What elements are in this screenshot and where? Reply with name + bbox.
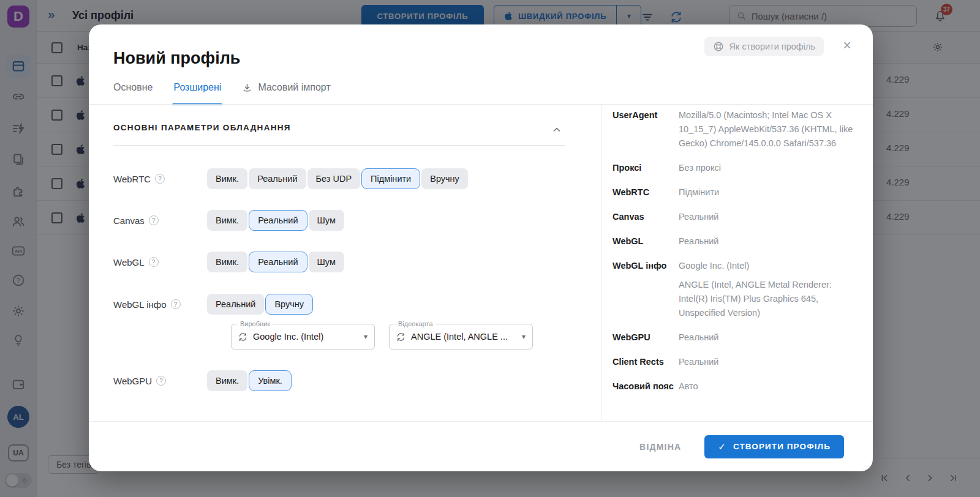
summary-row: Canvas Реальний	[612, 210, 858, 224]
tab-mass-import[interactable]: Масовий імпорт	[242, 82, 330, 105]
field-label: WebGPU	[113, 376, 152, 386]
section-collapse-button[interactable]	[552, 125, 562, 135]
help-circle-icon[interactable]: ?	[149, 215, 159, 225]
summary-value: Mozilla/5.0 (Macintosh; Intel Mac OS X 1…	[679, 108, 858, 151]
chevron-up-icon	[552, 125, 562, 135]
webgpu-row: WebGPU ? Вимк. Увімк.	[113, 370, 292, 391]
webgl-info-option-0[interactable]: Реальний	[207, 294, 264, 315]
cancel-button[interactable]: ВІДМІНА	[639, 442, 681, 452]
content-divider	[601, 105, 601, 421]
section-divider	[113, 145, 565, 146]
webgl-row: WebGL ? Вимк. Реальний Шум	[113, 252, 344, 272]
webgl-info-selects: Виробник Google Inc. (Intel) ▾ Відеокарт…	[231, 324, 533, 349]
lifebuoy-icon	[713, 41, 724, 52]
summary-row: WebGL інфо Google Inc. (Intel) ANGLE (In…	[612, 259, 858, 320]
summary-value-vendor: Google Inc. (Intel)	[679, 259, 858, 273]
summary-label: WebGPU	[612, 331, 679, 345]
vendor-select[interactable]: Виробник Google Inc. (Intel) ▾	[231, 324, 375, 349]
webrtc-label: WebRTC ?	[113, 174, 207, 184]
webgpu-label: WebGPU ?	[113, 376, 207, 386]
help-circle-icon[interactable]: ?	[156, 376, 166, 386]
renderer-select[interactable]: Відеокарта ANGLE (Intel, ANGLE ... ▾	[389, 324, 533, 349]
summary-label: Часовий пояс	[612, 379, 679, 394]
how-to-create-button[interactable]: Як створити профіль	[704, 37, 824, 56]
webgl-info-option-1-selected[interactable]: Вручну	[265, 294, 313, 315]
canvas-option-0[interactable]: Вимк.	[207, 210, 247, 231]
tab-basic-label: Основне	[113, 82, 153, 93]
chevron-down-icon: ▾	[364, 332, 368, 341]
randomize-icon[interactable]	[396, 332, 405, 342]
new-profile-modal: Як створити профіль × Новий профіль Осно…	[89, 24, 873, 471]
webgpu-option-1-selected[interactable]: Увімк.	[249, 370, 292, 391]
summary-row: WebGL Реальний	[612, 234, 858, 248]
summary-value: Google Inc. (Intel) ANGLE (Intel, ANGLE …	[679, 259, 858, 320]
import-icon	[242, 83, 252, 93]
tab-basic[interactable]: Основне	[113, 82, 153, 105]
summary-value: Реальний	[679, 331, 858, 345]
vendor-select-value: Google Inc. (Intel)	[253, 332, 358, 342]
webrtc-option-2[interactable]: Без UDP	[307, 168, 361, 189]
renderer-select-label: Відеокарта	[396, 320, 435, 327]
modal-title: Новий профіль	[113, 49, 240, 68]
canvas-option-2[interactable]: Шум	[309, 210, 344, 231]
webgl-option-1-selected[interactable]: Реальний	[249, 252, 307, 272]
webgpu-option-0[interactable]: Вимк.	[207, 370, 247, 391]
canvas-options: Вимк. Реальний Шум	[207, 210, 344, 231]
summary-row: WebRTC Підмінити	[612, 185, 858, 200]
vendor-select-label: Виробник	[238, 320, 273, 327]
summary-row: WebGPU Реальний	[612, 331, 858, 345]
chevron-down-icon: ▾	[522, 332, 526, 341]
webrtc-options: Вимк. Реальний Без UDP Підмінити Вручну	[207, 168, 468, 189]
summary-label: WebRTC	[612, 185, 679, 200]
summary-value: Авто	[679, 379, 858, 394]
webgl-label: WebGL ?	[113, 257, 207, 267]
check-icon: ✓	[718, 441, 726, 452]
summary-value: Реальний	[679, 234, 858, 248]
summary-value: Реальний	[679, 210, 858, 224]
summary-label: Canvas	[612, 210, 679, 224]
canvas-option-1-selected[interactable]: Реальний	[249, 210, 307, 231]
canvas-row: Canvas ? Вимк. Реальний Шум	[113, 210, 344, 231]
field-label: WebRTC	[113, 174, 151, 184]
summary-value: Реальний	[679, 355, 858, 369]
webgl-info-row: WebGL інфо ? Реальний Вручну	[113, 294, 313, 315]
create-profile-label: СТВОРИТИ ПРОФІЛЬ	[733, 442, 831, 451]
modal-tabs: Основне Розширені Масовий імпорт	[113, 82, 331, 105]
summary-label: Client Rects	[612, 355, 679, 369]
how-to-create-label: Як створити профіль	[729, 42, 815, 51]
summary-label: Проксі	[612, 161, 679, 175]
create-profile-button[interactable]: ✓ СТВОРИТИ ПРОФІЛЬ	[704, 435, 844, 458]
help-circle-icon[interactable]: ?	[149, 257, 159, 267]
randomize-icon[interactable]	[238, 332, 247, 342]
canvas-label: Canvas ?	[113, 215, 207, 226]
summary-row: Проксі Без проксі	[612, 161, 858, 175]
summary-value: Без проксі	[679, 161, 858, 175]
summary-row: Часовий пояс Авто	[612, 379, 858, 394]
tab-advanced[interactable]: Розширені	[173, 82, 221, 105]
help-circle-icon[interactable]: ?	[171, 299, 181, 309]
help-circle-icon[interactable]: ?	[155, 174, 165, 184]
field-label: WebGL інфо	[113, 299, 167, 310]
webgl-info-label: WebGL інфо ?	[113, 299, 207, 310]
webrtc-option-4[interactable]: Вручну	[421, 168, 468, 189]
close-icon[interactable]: ×	[839, 37, 856, 54]
webgl-options: Вимк. Реальний Шум	[207, 252, 344, 272]
tab-mass-import-label: Масовий імпорт	[258, 82, 330, 93]
tabs-divider	[89, 104, 873, 105]
summary-label: WebGL	[612, 234, 679, 248]
webrtc-option-0[interactable]: Вимк.	[207, 168, 247, 189]
webgl-info-options: Реальний Вручну	[207, 294, 313, 315]
tab-advanced-label: Розширені	[173, 82, 221, 93]
summary-row: Client Rects Реальний	[612, 355, 858, 369]
webrtc-row: WebRTC ? Вимк. Реальний Без UDP Підмінит…	[113, 168, 468, 189]
modal-footer: ВІДМІНА ✓ СТВОРИТИ ПРОФІЛЬ	[89, 422, 873, 471]
webgl-option-2[interactable]: Шум	[309, 252, 344, 272]
summary-row: UserAgent Mozilla/5.0 (Macintosh; Intel …	[612, 108, 858, 151]
webrtc-option-3-selected[interactable]: Підмінити	[361, 168, 420, 189]
summary-value-renderer: ANGLE (Intel, ANGLE Metal Renderer: Inte…	[679, 278, 858, 320]
webrtc-option-1[interactable]: Реальний	[249, 168, 306, 189]
webgl-option-0[interactable]: Вимк.	[207, 252, 247, 272]
summary-value: Підмінити	[679, 185, 858, 200]
section-title: ОСНОВНІ ПАРАМЕТРИ ОБЛАДНАННЯ	[113, 123, 291, 132]
profile-summary-panel: UserAgent Mozilla/5.0 (Macintosh; Intel …	[612, 108, 858, 412]
